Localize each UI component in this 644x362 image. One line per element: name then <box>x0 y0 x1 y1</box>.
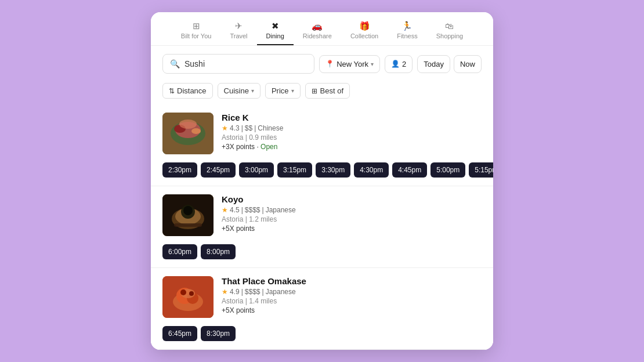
restaurant-info-rice-k: Rice K ★ 4.3 | $$ | Chinese Astoria | 0.… <box>214 113 482 154</box>
location-chevron-icon: ▾ <box>371 61 374 67</box>
location-text: New York <box>337 60 368 68</box>
nav-label-shopping: Shopping <box>436 32 464 39</box>
rating-omakase: 4.9 <box>230 288 240 296</box>
price-omakase: $$$$ <box>245 288 261 296</box>
cuisine-filter[interactable]: Cuisine ▾ <box>218 83 261 99</box>
rideshare-icon: 🚗 <box>312 21 323 30</box>
time-slots-koyo: 6:00pm 8:00pm <box>151 241 493 267</box>
nav-label-dining: Dining <box>266 32 284 39</box>
fitness-icon: 🏃 <box>401 21 413 30</box>
restaurant-info-koyo: Koyo ★ 4.5 | $$$$ | Japanese Astoria | 1… <box>214 194 482 236</box>
restaurant-top-rice-k: Rice K ★ 4.3 | $$ | Chinese Astoria | 0.… <box>151 104 493 159</box>
restaurant-card-omakase: That Place Omakase ★ 4.9 | $$$$ | Japane… <box>151 268 493 350</box>
today-label: Today <box>424 60 444 68</box>
nav-item-collection[interactable]: 🎁 Collection <box>341 18 388 45</box>
restaurant-location-rice-k: Astoria | 0.9 miles <box>222 133 482 142</box>
time-slot[interactable]: 4:45pm <box>392 162 427 178</box>
star-icon: ★ <box>222 124 228 132</box>
search-box[interactable]: 🔍 <box>162 54 314 74</box>
restaurant-top-koyo: Koyo ★ 4.5 | $$$$ | Japanese Astoria | 1… <box>151 186 493 241</box>
nav-label-travel: Travel <box>230 32 247 39</box>
bestof-grid-icon: ⊞ <box>312 87 317 95</box>
nav-item-bilt[interactable]: ⊞ Bilt for You <box>172 18 221 45</box>
restaurant-image-rice-k <box>162 113 214 154</box>
search-area: 🔍 📍 New York ▾ 👤 2 Today Now <box>151 46 493 78</box>
search-input[interactable] <box>184 59 307 68</box>
rating-koyo: 4.5 <box>230 206 240 214</box>
location-pin-icon: 📍 <box>325 60 334 68</box>
collection-icon: 🎁 <box>359 21 370 30</box>
restaurant-meta-koyo: ★ 4.5 | $$$$ | Japanese <box>222 206 482 214</box>
travel-icon: ✈ <box>235 21 243 30</box>
today-pill[interactable]: Today <box>417 55 450 73</box>
bilt-icon: ⊞ <box>193 21 200 30</box>
price-filter[interactable]: Price ▾ <box>265 83 301 99</box>
restaurant-image-koyo <box>162 194 214 236</box>
nav-item-travel[interactable]: ✈ Travel <box>220 18 256 45</box>
cuisine-omakase: Japanese <box>266 288 296 296</box>
time-slot[interactable]: 8:30pm <box>201 326 236 341</box>
bestof-filter[interactable]: ⊞ Best of <box>305 83 350 99</box>
time-slots-omakase: 6:45pm 8:30pm <box>151 323 493 349</box>
time-slot[interactable]: 2:30pm <box>162 162 197 178</box>
nav-item-fitness[interactable]: 🏃 Fitness <box>388 18 426 45</box>
restaurant-location-omakase: Astoria | 1.4 miles <box>222 297 482 305</box>
time-slot[interactable]: 3:30pm <box>316 162 350 178</box>
nav-item-rideshare[interactable]: 🚗 Rideshare <box>294 18 341 45</box>
nav-label-rideshare: Rideshare <box>303 32 332 39</box>
cuisine-label: Cuisine <box>224 86 249 95</box>
restaurant-name-omakase: That Place Omakase <box>222 276 482 286</box>
app-card: ⊞ Bilt for You ✈ Travel ✖ Dining 🚗 Rides… <box>151 12 493 350</box>
time-slot[interactable]: 6:00pm <box>162 244 197 259</box>
location-pill[interactable]: 📍 New York ▾ <box>319 55 380 73</box>
time-slot[interactable]: 3:00pm <box>239 162 274 178</box>
nav-label-bilt: Bilt for You <box>181 32 212 39</box>
price-koyo: $$$$ <box>245 206 261 214</box>
guests-count: 2 <box>402 60 406 68</box>
now-label: Now <box>460 60 475 68</box>
svg-rect-11 <box>174 223 202 227</box>
nav-label-collection: Collection <box>350 32 378 39</box>
nav-item-dining[interactable]: ✖ Dining <box>257 18 294 45</box>
price-rice-k: $$ <box>245 124 252 132</box>
restaurant-image-omakase <box>162 276 214 318</box>
guests-icon: 👤 <box>391 60 400 68</box>
restaurant-meta-rice-k: ★ 4.3 | $$ | Chinese <box>222 124 482 132</box>
rating-rice-k: 4.3 <box>230 124 240 132</box>
time-slot[interactable]: 4:30pm <box>354 162 389 178</box>
svg-point-18 <box>189 291 194 296</box>
star-icon: ★ <box>222 206 228 214</box>
time-slots-rice-k: 2:30pm 2:45pm 3:00pm 3:15pm 3:30pm 4:30p… <box>151 159 493 186</box>
restaurant-location-koyo: Astoria | 1.2 miles <box>222 215 482 223</box>
now-pill[interactable]: Now <box>454 55 482 73</box>
time-slot[interactable]: 3:15pm <box>277 162 312 178</box>
distance-label: Distance <box>177 86 207 95</box>
cuisine-chevron-icon: ▾ <box>251 88 254 94</box>
time-slot[interactable]: 8:00pm <box>201 244 236 259</box>
time-slot[interactable]: 5:00pm <box>430 162 465 178</box>
filter-row: ⇅ Distance Cuisine ▾ Price ▾ ⊞ Best of <box>151 78 493 104</box>
restaurant-info-omakase: That Place Omakase ★ 4.9 | $$$$ | Japane… <box>214 276 482 318</box>
distance-icon: ⇅ <box>169 87 175 95</box>
svg-point-17 <box>180 289 186 295</box>
price-label: Price <box>272 86 289 95</box>
nav-bar: ⊞ Bilt for You ✈ Travel ✖ Dining 🚗 Rides… <box>151 12 493 46</box>
svg-point-10 <box>183 206 193 215</box>
nav-item-shopping[interactable]: 🛍 Shopping <box>427 18 473 45</box>
distance-filter[interactable]: ⇅ Distance <box>162 83 213 99</box>
guests-pill[interactable]: 👤 2 <box>385 55 413 73</box>
cuisine-koyo: Japanese <box>266 206 296 214</box>
restaurant-card-rice-k: Rice K ★ 4.3 | $$ | Chinese Astoria | 0.… <box>151 104 493 186</box>
time-pills: Today Now <box>417 55 482 73</box>
svg-point-4 <box>191 128 201 134</box>
bestof-label: Best of <box>320 86 343 95</box>
time-slot[interactable]: 5:15pm <box>469 162 493 178</box>
time-slot[interactable]: 2:45pm <box>201 162 236 178</box>
star-icon: ★ <box>222 288 228 296</box>
points-koyo: +5X points <box>222 225 482 233</box>
price-chevron-icon: ▾ <box>291 88 294 94</box>
restaurant-list: Rice K ★ 4.3 | $$ | Chinese Astoria | 0.… <box>151 104 493 350</box>
time-slot[interactable]: 6:45pm <box>162 326 197 341</box>
cuisine-rice-k: Chinese <box>258 124 283 132</box>
restaurant-meta-omakase: ★ 4.9 | $$$$ | Japanese <box>222 288 482 296</box>
